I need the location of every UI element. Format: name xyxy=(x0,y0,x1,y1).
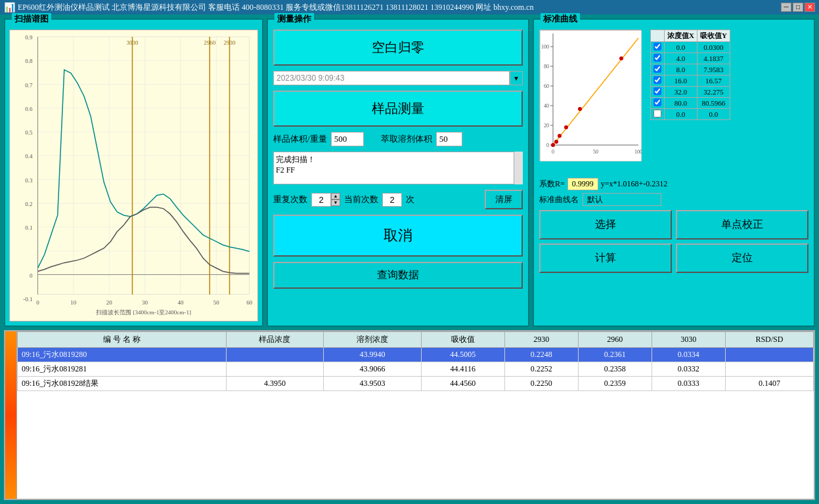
repeat-row: 重复次数 ▲ ▼ 当前次数 次 清屏 xyxy=(273,190,523,209)
calibration-table: 浓度值X 吸收值Y 0.00.03004.04.18378.07.958316.… xyxy=(650,30,730,120)
table-cell: 0.2361 xyxy=(578,348,652,362)
current-label: 当前次数 xyxy=(344,194,378,205)
cal-checkbox[interactable] xyxy=(653,76,661,84)
extract-volume-input[interactable] xyxy=(436,132,462,146)
table-cell: 44.5005 xyxy=(421,348,504,362)
cal-conc-cell: 80.0 xyxy=(665,98,697,109)
cal-table-row: 32.032.275 xyxy=(651,87,730,98)
curve-name-input[interactable] xyxy=(583,193,661,206)
svg-text:50: 50 xyxy=(593,149,598,155)
cal-abs-cell: 80.5966 xyxy=(697,98,730,109)
coeff-label: 系数R= xyxy=(539,178,565,190)
left-color-bar xyxy=(5,331,17,499)
datetime-row: ▼ xyxy=(273,71,523,85)
table-cell: 0.1407 xyxy=(725,377,813,391)
col-sample-conc: 样品浓度 xyxy=(226,332,324,348)
cal-abs-cell: 4.1837 xyxy=(697,53,730,64)
cal-checkbox[interactable] xyxy=(653,87,661,95)
cal-conc-cell: 32.0 xyxy=(665,87,697,98)
repeat-spin-down[interactable]: ▼ xyxy=(331,200,340,206)
cal-table-row: 0.00.0300 xyxy=(651,42,730,53)
svg-text:0: 0 xyxy=(36,299,39,306)
single-calibration-button[interactable]: 单点校正 xyxy=(676,210,808,240)
cal-btn-row-1: 选择 单点校正 xyxy=(539,210,808,240)
query-button[interactable]: 查询数据 xyxy=(273,262,523,289)
svg-text:40: 40 xyxy=(177,299,184,306)
cal-checkbox[interactable] xyxy=(653,65,661,73)
cancel-button[interactable]: 取消 xyxy=(273,215,523,257)
table-cell xyxy=(725,362,813,377)
sample-measure-button[interactable]: 样品测量 xyxy=(273,91,523,127)
calculate-button[interactable]: 计算 xyxy=(539,243,672,273)
table-cell xyxy=(226,348,324,362)
cal-table-row: 8.07.9583 xyxy=(651,64,730,75)
cal-top: 0 20 40 60 80 100 0 50 100 xyxy=(539,30,808,174)
close-button[interactable]: ✕ xyxy=(805,3,815,12)
cal-table-conc-header: 浓度值X xyxy=(665,30,697,42)
table-cell: 09:16_污水081928结果 xyxy=(18,377,227,391)
maximize-button[interactable]: □ xyxy=(793,3,803,12)
measure-panel: 测量操作 空白归零 ▼ 样品测量 样品体积/重量 萃取溶剂体积 完成扫描！ xyxy=(267,18,529,327)
svg-text:2930: 2930 xyxy=(223,39,236,46)
svg-text:30: 30 xyxy=(142,299,148,306)
table-header-row: 编 号 名 称 样品浓度 溶剂浓度 吸收值 2930 2960 3030 RSD… xyxy=(18,332,814,348)
blank-zero-button[interactable]: 空白归零 xyxy=(273,30,523,66)
col-id: 编 号 名 称 xyxy=(18,332,227,348)
app-icon: 📊 xyxy=(4,2,15,13)
repeat-spin-buttons: ▲ ▼ xyxy=(331,193,340,206)
cal-chart-svg: 0 20 40 60 80 100 0 50 100 xyxy=(540,30,642,161)
svg-text:0.9: 0.9 xyxy=(25,34,33,41)
cal-checkbox[interactable] xyxy=(653,54,661,62)
cal-checkbox[interactable] xyxy=(653,110,661,117)
table-cell: 43.9066 xyxy=(324,362,422,377)
scan-chart-svg: 0.9 0.8 0.7 0.6 0.5 0.4 0.3 0.2 0.1 0 -0… xyxy=(10,30,257,321)
log-line-1: 完成扫描！ xyxy=(276,154,520,165)
cal-checkbox[interactable] xyxy=(653,98,661,106)
svg-text:0.6: 0.6 xyxy=(25,106,33,112)
cal-table-abs-header: 吸收值Y xyxy=(697,30,730,42)
svg-text:60: 60 xyxy=(246,299,253,306)
log-scrollbar[interactable] xyxy=(514,152,523,184)
cal-abs-cell: 0.0300 xyxy=(697,42,730,53)
table-cell xyxy=(226,362,324,377)
select-button[interactable]: 选择 xyxy=(539,210,672,240)
data-table: 编 号 名 称 样品浓度 溶剂浓度 吸收值 2930 2960 3030 RSD… xyxy=(17,331,814,391)
cal-btn-row-2: 计算 定位 xyxy=(539,243,808,273)
titlebar-controls: ─ □ ✕ xyxy=(781,3,815,12)
table-cell: 43.9503 xyxy=(324,377,422,391)
svg-text:0: 0 xyxy=(30,272,33,279)
coeff-row: 系数R= 0.9999 y=x*1.0168+-0.2312 xyxy=(539,178,808,190)
svg-point-65 xyxy=(558,134,562,138)
svg-text:0.1: 0.1 xyxy=(25,224,32,231)
table-cell: 4.3950 xyxy=(226,377,324,391)
sample-volume-label: 样品体积/重量 xyxy=(273,133,327,145)
svg-point-66 xyxy=(564,125,568,129)
cal-conc-cell: 0.0 xyxy=(665,109,697,120)
cal-checkbox[interactable] xyxy=(653,43,661,51)
current-input[interactable] xyxy=(382,193,402,207)
table-row[interactable]: 09:16_污水081928结果4.395043.950344.45600.22… xyxy=(18,377,814,391)
measure-panel-title: 测量操作 xyxy=(275,13,314,25)
cal-conc-cell: 8.0 xyxy=(665,64,697,75)
svg-text:-0.1: -0.1 xyxy=(23,296,32,303)
repeat-spin-up[interactable]: ▲ xyxy=(331,193,340,200)
calibration-panel-title: 标准曲线 xyxy=(541,13,580,25)
table-cell: 44.4116 xyxy=(421,362,504,377)
table-cell xyxy=(725,348,813,362)
col-3030: 3030 xyxy=(652,332,725,348)
clear-button[interactable]: 清屏 xyxy=(485,190,523,209)
scan-chart: 0.9 0.8 0.7 0.6 0.5 0.4 0.3 0.2 0.1 0 -0… xyxy=(9,30,258,322)
extract-volume-label: 萃取溶剂体积 xyxy=(381,133,432,145)
repeat-input[interactable] xyxy=(311,193,331,207)
sample-volume-input[interactable] xyxy=(331,132,364,146)
datetime-dropdown-arrow[interactable]: ▼ xyxy=(510,71,523,85)
table-scroll-area[interactable]: 编 号 名 称 样品浓度 溶剂浓度 吸收值 2930 2960 3030 RSD… xyxy=(17,331,814,499)
table-row[interactable]: 09:16_污水081928043.994044.50050.22480.236… xyxy=(18,348,814,362)
table-cell: 0.0333 xyxy=(652,377,725,391)
table-cell: 09:16_污水0819281 xyxy=(18,362,227,377)
minimize-button[interactable]: ─ xyxy=(781,3,791,12)
cal-table-row: 16.016.57 xyxy=(651,75,730,87)
locate-button[interactable]: 定位 xyxy=(676,243,808,273)
datetime-input[interactable] xyxy=(273,71,510,85)
table-row[interactable]: 09:16_污水081928143.906644.41160.22520.235… xyxy=(18,362,814,377)
